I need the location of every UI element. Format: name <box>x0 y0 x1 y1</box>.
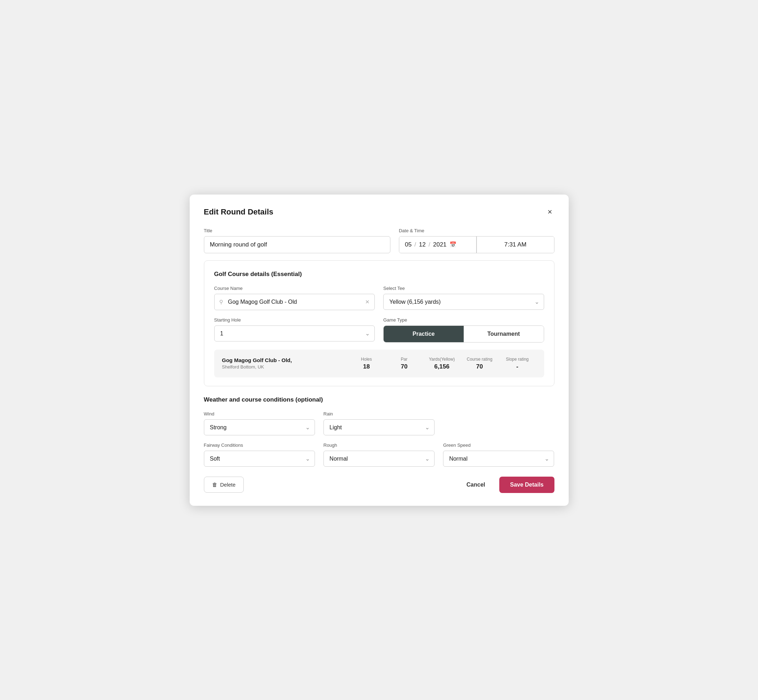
select-tee-dropdown[interactable]: Yellow (6,156 yards) <box>383 294 544 310</box>
course-tee-row: Course Name ⚲ ✕ Select Tee Yellow (6,156… <box>214 286 544 310</box>
title-input[interactable] <box>204 236 390 253</box>
yards-stat: Yards(Yellow) 6,156 <box>423 357 461 370</box>
trash-icon: 🗑 <box>212 481 218 488</box>
date-separator-1: / <box>415 241 417 248</box>
yards-value: 6,156 <box>423 363 461 370</box>
close-button[interactable]: × <box>545 207 554 217</box>
date-separator-2: / <box>429 241 430 248</box>
starting-hole-wrap: 1 ⌄ <box>214 325 375 341</box>
cancel-button[interactable]: Cancel <box>461 477 491 493</box>
date-day: 12 <box>419 241 426 248</box>
course-name-input[interactable] <box>214 294 375 310</box>
course-name-group: Course Name ⚲ ✕ <box>214 286 375 310</box>
green-speed-label: Green Speed <box>443 442 554 448</box>
footer-row: 🗑 Delete Cancel Save Details <box>204 477 554 493</box>
course-stats: Holes 18 Par 70 Yards(Yellow) 6,156 Cour… <box>348 357 536 370</box>
course-name-text: Gog Magog Golf Club - Old, <box>222 357 348 363</box>
course-rating-value: 70 <box>461 363 498 370</box>
fairway-select-wrap: Soft ⌄ <box>204 451 315 467</box>
delete-label: Delete <box>220 481 236 488</box>
game-type-group: Game Type Practice Tournament <box>383 317 544 342</box>
tournament-button[interactable]: Tournament <box>464 326 544 342</box>
slope-rating-stat: Slope rating - <box>498 357 536 370</box>
course-rating-label: Course rating <box>461 357 498 362</box>
rain-label: Rain <box>324 411 434 417</box>
par-value: 70 <box>385 363 423 370</box>
par-label: Par <box>385 357 423 362</box>
rough-group: Rough Normal ⌄ <box>324 442 434 467</box>
rough-select-wrap: Normal ⌄ <box>324 451 434 467</box>
rain-group: Rain Light ⌄ <box>324 411 434 435</box>
course-info-name-block: Gog Magog Golf Club - Old, Shelford Bott… <box>222 357 348 370</box>
wind-select-wrap: Strong ⌄ <box>204 419 315 435</box>
par-stat: Par 70 <box>385 357 423 370</box>
starting-gametype-row: Starting Hole 1 ⌄ Game Type Practice Tou… <box>214 317 544 342</box>
slope-rating-value: - <box>498 363 536 370</box>
wind-dropdown[interactable]: Strong <box>204 419 315 435</box>
green-speed-select-wrap: Normal ⌄ <box>443 451 554 467</box>
rain-select-wrap: Light ⌄ <box>324 419 434 435</box>
yards-label: Yards(Yellow) <box>423 357 461 362</box>
select-tee-group: Select Tee Yellow (6,156 yards) ⌄ <box>383 286 544 310</box>
edit-round-modal: Edit Round Details × Title Date & Time 0… <box>190 195 568 506</box>
course-search-wrap: ⚲ ✕ <box>214 294 375 310</box>
select-tee-label: Select Tee <box>383 286 544 291</box>
date-time-field: 05 / 12 / 2021 📅 7:31 AM <box>399 236 554 253</box>
title-datetime-row: Title Date & Time 05 / 12 / 2021 📅 7:31 … <box>204 228 554 253</box>
holes-stat: Holes 18 <box>348 357 385 370</box>
wind-rain-row: Wind Strong ⌄ Rain Light ⌄ <box>204 411 554 435</box>
fairway-rough-green-row: Fairway Conditions Soft ⌄ Rough Normal ⌄ <box>204 442 554 467</box>
delete-button[interactable]: 🗑 Delete <box>204 477 244 493</box>
modal-title: Edit Round Details <box>204 207 274 217</box>
weather-section: Weather and course conditions (optional)… <box>204 396 554 467</box>
wind-group: Wind Strong ⌄ <box>204 411 315 435</box>
practice-button[interactable]: Practice <box>384 326 464 342</box>
datetime-group: Date & Time 05 / 12 / 2021 📅 7:31 AM <box>399 228 554 253</box>
fairway-dropdown[interactable]: Soft <box>204 451 315 467</box>
fairway-label: Fairway Conditions <box>204 442 315 448</box>
slope-rating-label: Slope rating <box>498 357 536 362</box>
select-tee-wrap: Yellow (6,156 yards) ⌄ <box>383 294 544 310</box>
game-type-label: Game Type <box>383 317 544 323</box>
spacer <box>443 411 554 435</box>
starting-hole-dropdown[interactable]: 1 <box>214 325 375 341</box>
rain-dropdown[interactable]: Light <box>324 419 434 435</box>
datetime-label: Date & Time <box>399 228 554 233</box>
green-speed-group: Green Speed Normal ⌄ <box>443 442 554 467</box>
holes-label: Holes <box>348 357 385 362</box>
calendar-icon: 📅 <box>449 241 457 248</box>
save-button[interactable]: Save Details <box>499 477 554 493</box>
rough-label: Rough <box>324 442 434 448</box>
date-field[interactable]: 05 / 12 / 2021 📅 <box>399 236 476 253</box>
footer-right: Cancel Save Details <box>461 477 554 493</box>
starting-hole-group: Starting Hole 1 ⌄ <box>214 317 375 342</box>
time-field[interactable]: 7:31 AM <box>477 236 554 253</box>
starting-hole-label: Starting Hole <box>214 317 375 323</box>
rough-dropdown[interactable]: Normal <box>324 451 434 467</box>
green-speed-dropdown[interactable]: Normal <box>443 451 554 467</box>
title-label: Title <box>204 228 390 233</box>
search-icon: ⚲ <box>219 299 223 305</box>
course-info-card: Gog Magog Golf Club - Old, Shelford Bott… <box>214 350 544 377</box>
golf-course-section: Golf Course details (Essential) Course N… <box>204 260 554 386</box>
game-type-toggle: Practice Tournament <box>383 325 544 342</box>
course-location-text: Shelford Bottom, UK <box>222 364 348 370</box>
weather-section-title: Weather and course conditions (optional) <box>204 396 554 403</box>
holes-value: 18 <box>348 363 385 370</box>
title-group: Title <box>204 228 390 253</box>
date-year: 2021 <box>433 241 446 248</box>
modal-header: Edit Round Details × <box>204 207 554 217</box>
wind-label: Wind <box>204 411 315 417</box>
date-month: 05 <box>405 241 412 248</box>
clear-icon[interactable]: ✕ <box>365 299 370 305</box>
fairway-group: Fairway Conditions Soft ⌄ <box>204 442 315 467</box>
course-name-label: Course Name <box>214 286 375 291</box>
course-rating-stat: Course rating 70 <box>461 357 498 370</box>
golf-course-section-title: Golf Course details (Essential) <box>214 271 544 278</box>
